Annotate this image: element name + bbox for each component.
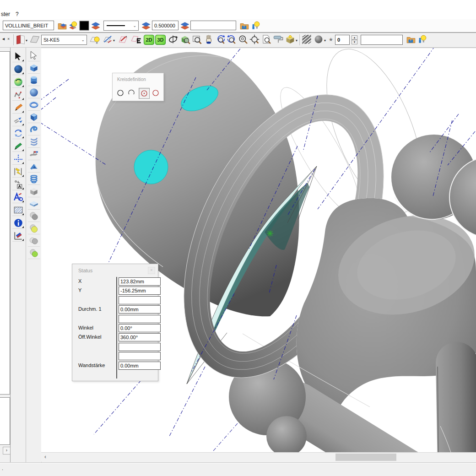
rotate-view-icon[interactable] (168, 34, 178, 45)
chevron-down-icon[interactable]: ▾ (113, 38, 115, 43)
boolean-spheres-gray2-button[interactable] (28, 235, 40, 247)
plane-bulb-icon[interactable] (90, 34, 101, 45)
boolean-sphere-green-button[interactable] (28, 247, 40, 259)
group-bulb-icon[interactable] (416, 34, 427, 45)
group-folder-icon[interactable] (239, 20, 250, 31)
eraser-axis-button[interactable] (12, 230, 24, 242)
menu-window-partial[interactable]: ster (1, 11, 10, 17)
sphere-render-button[interactable] (12, 76, 24, 88)
solid-coil-button[interactable] (28, 173, 40, 185)
spinner-down-icon[interactable]: ▼ (352, 40, 357, 44)
layer-stack-icon[interactable] (90, 20, 101, 31)
dock-list-panel[interactable] (0, 397, 10, 445)
star-icon[interactable]: ★ (329, 37, 333, 43)
rotate-copy-button[interactable] (12, 127, 24, 139)
status-field-oeffwinkel[interactable]: 360.00° (119, 333, 161, 341)
status-field-x[interactable]: 123.82mm (119, 277, 161, 286)
linestyle-combo[interactable]: ⌄ (103, 21, 139, 31)
chevron-down-icon[interactable]: ▾ (324, 38, 326, 43)
scroll-left-icon[interactable]: ‹ (41, 453, 49, 462)
status-field-8[interactable] (119, 343, 161, 351)
circle-radius-button[interactable] (151, 88, 161, 98)
solid-box-gray-button[interactable] (28, 185, 40, 197)
pan-hand-icon[interactable] (203, 34, 214, 45)
pencil-orange-button[interactable] (12, 102, 24, 114)
sphere-dark-button[interactable] (12, 63, 24, 75)
status-field-5[interactable] (119, 315, 161, 323)
chevron-down-icon[interactable]: ▾ (296, 38, 298, 43)
zoom-circle-icon[interactable] (238, 34, 249, 45)
solid-cube-button[interactable] (28, 62, 40, 74)
solid-cylinder-button[interactable] (28, 74, 40, 86)
status-field-3[interactable] (119, 296, 161, 304)
toolbar-close-button[interactable]: × (7, 37, 10, 41)
select-cursor-white-button[interactable] (28, 49, 40, 61)
layer-folder-icon[interactable] (57, 20, 68, 31)
spinner-up-icon[interactable]: ▲ (352, 35, 357, 40)
solid-brick-button[interactable] (28, 198, 40, 210)
dimension-lightning-button[interactable] (12, 166, 24, 178)
group-folder-icon[interactable] (406, 34, 416, 45)
view-2d-button[interactable]: 2D (144, 35, 154, 45)
zoom-fit-icon[interactable] (249, 34, 260, 45)
toolbar-back-button[interactable]: ◄ (1, 37, 5, 41)
zoom-window-icon[interactable] (191, 34, 202, 45)
status-field-durchm[interactable]: 0.00mm (119, 305, 161, 314)
arc-open-button[interactable] (126, 88, 136, 98)
close-icon[interactable]: × (148, 267, 155, 274)
measure-annotation-button[interactable] (12, 178, 24, 190)
render-cube-icon[interactable] (285, 34, 296, 45)
hatch-fill-button[interactable] (12, 204, 24, 216)
boolean-sphere-yellow-button[interactable] (28, 222, 40, 234)
pencil-green-button[interactable] (12, 140, 24, 152)
plane-edit-icon[interactable] (131, 34, 142, 45)
point-grid-button[interactable] (12, 153, 24, 165)
line-type-field[interactable]: VOLLLINIE_BREIT (3, 21, 54, 30)
workplane-combo[interactable]: St-KE5 ⌄ (41, 35, 87, 45)
workplane-book-icon[interactable] (15, 34, 26, 45)
line-extra-field[interactable] (190, 21, 236, 30)
plane-pencil-icon[interactable] (118, 34, 129, 45)
workplane-gray-icon[interactable] (29, 34, 40, 45)
scrollbar-thumb[interactable] (335, 454, 396, 461)
info-button[interactable] (12, 217, 24, 229)
plane-axis-icon[interactable] (103, 34, 114, 45)
dock-tree-panel[interactable] (0, 51, 10, 395)
hatch-pattern-icon[interactable] (301, 34, 312, 45)
menu-help[interactable]: ? (16, 11, 19, 17)
zoom-page-icon[interactable] (261, 34, 272, 45)
status-field-9[interactable] (119, 352, 161, 360)
viewport-canvas[interactable]: Kreisdefinition Status × X Y Durchm. 1 W… (41, 48, 476, 453)
solid-pipe-flags-button[interactable] (28, 148, 40, 160)
circle-center-point-button[interactable] (139, 88, 150, 99)
boolean-spheres-gray-button[interactable] (28, 210, 40, 222)
layer-spinner-buttons[interactable]: ▲▼ (352, 35, 357, 44)
zoom-cube-icon[interactable] (179, 34, 190, 45)
layer-stack-icon[interactable] (179, 20, 190, 31)
text-edit-button[interactable] (12, 191, 24, 203)
assembly-tool-button[interactable] (12, 114, 24, 126)
zoom-rotate-left-icon[interactable] (215, 34, 226, 45)
paint-roller-icon[interactable] (273, 34, 284, 45)
view-extra-field[interactable] (361, 35, 403, 45)
circle-full-button[interactable] (115, 88, 125, 98)
solid-sphere-button[interactable] (28, 87, 40, 98)
group-bulb-icon[interactable] (250, 20, 261, 31)
solid-wedge-button[interactable] (28, 161, 40, 173)
layer-bulb-icon[interactable] (68, 20, 79, 31)
solid-helix-button[interactable] (28, 136, 40, 148)
horizontal-scrollbar[interactable]: ‹ (41, 452, 476, 462)
select-cursor-button[interactable] (12, 50, 24, 62)
line-width-field[interactable]: 0.500000 (152, 21, 178, 30)
solid-sweep-button[interactable] (28, 124, 40, 135)
zoom-rotate-right-icon[interactable] (226, 34, 237, 45)
status-field-y[interactable]: -156.25mm (119, 287, 161, 295)
layer-stack-icon[interactable] (141, 20, 151, 31)
chevron-down-icon[interactable]: ▾ (26, 38, 27, 43)
pipe-path-button[interactable] (12, 89, 24, 101)
solid-polyhedron-button[interactable] (28, 111, 40, 123)
color-swatch-black[interactable] (79, 20, 90, 31)
status-field-wandstaerke[interactable]: 0.00mm (119, 362, 161, 370)
view-3d-button[interactable]: 3D (155, 35, 166, 45)
dock-expand-button[interactable]: › (3, 447, 11, 454)
